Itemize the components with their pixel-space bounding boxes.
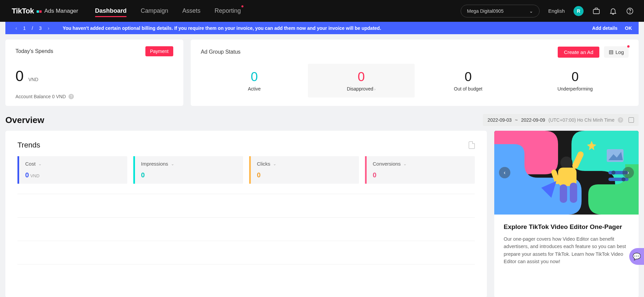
language-selector[interactable]: English: [548, 8, 565, 14]
metric-value: 0: [373, 171, 376, 179]
banner-page-sep: /: [32, 25, 33, 31]
banner-message: You haven't added certain optional billi…: [63, 25, 381, 31]
metric-label: Impressions: [141, 161, 168, 167]
svg-rect-0: [593, 9, 599, 14]
help-icon[interactable]: [626, 7, 634, 15]
overview-header: Overview 2022-09-03 ~ 2022-09-09 (UTC+07…: [0, 111, 644, 131]
svg-rect-6: [560, 184, 567, 203]
trends-card: Trends Cost⌄ 0VND Impressions⌄ 0 Clicks⌄…: [5, 131, 487, 297]
todays-spend-card: Today's Spends Payment 0 VND Account Bal…: [5, 40, 183, 106]
nav-right: Mega Digital0905 ⌄ English R: [461, 5, 634, 17]
promo-card: ‹ › Explore TikTok Video Editor One-Page…: [494, 131, 639, 297]
metric-label: Conversions: [373, 161, 401, 167]
logo[interactable]: TikTok Ads Manager: [12, 7, 78, 15]
banner-prev-icon[interactable]: ‹: [15, 25, 17, 31]
top-nav: TikTok Ads Manager Dashboard Campaign As…: [0, 0, 644, 22]
avatar[interactable]: R: [573, 6, 584, 16]
logo-colon-icon: [37, 8, 42, 14]
status-active[interactable]: 0 Active: [201, 64, 308, 98]
help-tooltip-icon[interactable]: ?: [618, 117, 623, 123]
metric-clicks[interactable]: Clicks⌄ 0: [249, 156, 359, 184]
ad-group-status-card: Ad Group Status Create an Ad ▤ Log 0 Act…: [191, 40, 639, 106]
notification-dot-icon: [627, 45, 630, 48]
svg-point-14: [622, 177, 626, 181]
banner-ok-button[interactable]: OK: [625, 25, 632, 31]
create-ad-button[interactable]: Create an Ad: [558, 47, 599, 58]
promo-next-button[interactable]: ›: [623, 167, 634, 178]
metric-value: 0: [141, 171, 145, 179]
help-tooltip-icon[interactable]: ?: [68, 94, 74, 99]
notification-dot-icon: [241, 5, 243, 7]
notification-banner: ‹ 1 / 3 › You haven't added certain opti…: [5, 22, 639, 34]
status-title: Ad Group Status: [201, 49, 240, 55]
summary-row: Today's Spends Payment 0 VND Account Bal…: [0, 34, 644, 111]
banner-page-total: 3: [39, 25, 42, 31]
chat-icon: 💬: [633, 252, 641, 260]
spend-title: Today's Spends: [15, 48, 53, 54]
bell-icon[interactable]: [609, 7, 617, 15]
payment-button[interactable]: Payment: [145, 46, 173, 56]
status-value: 0: [522, 70, 629, 84]
promo-title: Explore TikTok Video Editor One-Pager: [504, 223, 629, 231]
timezone-label: (UTC+07:00) Ho Chi Minh Time: [549, 117, 614, 123]
chart-gridline: [17, 264, 475, 288]
status-value: 0: [201, 70, 308, 84]
logo-subtitle: Ads Manager: [44, 8, 78, 14]
chevron-down-icon: ⌄: [38, 162, 42, 166]
metric-impressions[interactable]: Impressions⌄ 0: [133, 156, 243, 184]
promo-prev-button[interactable]: ‹: [499, 167, 510, 178]
briefcase-icon[interactable]: [592, 7, 600, 15]
log-button[interactable]: ▤ Log: [604, 46, 629, 58]
account-dropdown[interactable]: Mega Digital0905 ⌄: [461, 5, 540, 17]
nav-reporting[interactable]: Reporting: [215, 1, 241, 21]
metric-cost[interactable]: Cost⌄ 0VND: [17, 156, 127, 184]
calendar-icon: [629, 117, 634, 123]
svg-point-4: [560, 157, 572, 169]
chevron-down-icon: ⌄: [403, 162, 407, 166]
log-label: Log: [615, 49, 624, 55]
chevron-right-icon: ›: [374, 87, 376, 91]
date-to: 2022-09-09: [521, 117, 545, 123]
chart-gridline: [17, 241, 475, 264]
status-out-of-budget[interactable]: 0 Out of budget: [415, 64, 522, 98]
nav-links: Dashboard Campaign Assets Reporting: [95, 1, 241, 21]
nav-assets[interactable]: Assets: [182, 1, 200, 21]
nav-campaign[interactable]: Campaign: [141, 1, 168, 21]
svg-point-2: [630, 12, 630, 13]
banner-page-current: 1: [23, 25, 26, 31]
export-document-icon[interactable]: [469, 141, 475, 149]
promo-body: Our one-pager covers how Video Editor ca…: [504, 235, 629, 265]
date-range-picker[interactable]: 2022-09-03 ~ 2022-09-09 (UTC+07:00) Ho C…: [483, 114, 639, 126]
status-label: Disapproved›: [308, 86, 415, 92]
chevron-down-icon: ⌄: [529, 8, 533, 14]
status-value: 0: [415, 70, 522, 84]
date-sep: ~: [515, 117, 518, 123]
svg-point-13: [611, 171, 615, 175]
status-grid: 0 Active 0 Disapproved› 0 Out of budget …: [201, 64, 629, 98]
svg-rect-7: [570, 183, 577, 203]
promo-image: ‹ ›: [494, 131, 639, 215]
chat-fab-button[interactable]: 💬: [629, 248, 644, 265]
status-label: Active: [201, 86, 308, 92]
status-label: Out of budget: [415, 86, 522, 92]
metric-value: 0: [257, 171, 261, 179]
metric-conversions[interactable]: Conversions⌄ 0: [365, 156, 475, 184]
metric-label: Clicks: [257, 161, 270, 167]
banner-add-details-link[interactable]: Add details: [592, 25, 617, 31]
date-from: 2022-09-03: [488, 117, 512, 123]
metric-row: Cost⌄ 0VND Impressions⌄ 0 Clicks⌄ 0 Conv…: [17, 156, 475, 184]
banner-next-icon[interactable]: ›: [48, 25, 49, 31]
chevron-down-icon: ⌄: [171, 162, 174, 166]
status-underperforming[interactable]: 0 Underperforming: [522, 64, 629, 98]
status-disapproved[interactable]: 0 Disapproved›: [308, 64, 415, 98]
overview-title: Overview: [5, 115, 44, 125]
metric-value: 0: [25, 171, 29, 179]
nav-dashboard[interactable]: Dashboard: [95, 1, 127, 21]
trends-chart: [17, 194, 475, 217]
metric-label: Cost: [25, 161, 36, 167]
spend-value: 0: [15, 68, 24, 84]
chevron-down-icon: ⌄: [273, 162, 276, 166]
banner-pager: ‹ 1 / 3 ›: [15, 25, 49, 31]
logo-brand: TikTok: [12, 7, 34, 15]
spend-currency: VND: [28, 77, 38, 82]
